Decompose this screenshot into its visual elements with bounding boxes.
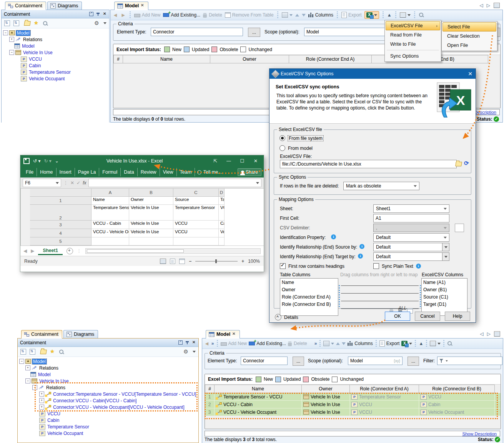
add-new-button[interactable]: Add New: [221, 341, 247, 346]
cell[interactable]: VCCU: [219, 205, 225, 221]
gear-caret-icon[interactable]: [193, 351, 196, 353]
tree-item-model-root[interactable]: Model: [2, 30, 109, 36]
identification-property-combo[interactable]: Default: [373, 233, 449, 242]
expander[interactable]: [25, 365, 30, 370]
cell[interactable]: Target: [219, 197, 225, 205]
tree-item-vccu[interactable]: VCCU: [18, 410, 198, 417]
menu-item-clear-selection[interactable]: Clear Selection: [442, 32, 496, 41]
details-toggle[interactable]: ^ Details: [275, 314, 298, 320]
tree-item-relations[interactable]: Relations: [18, 365, 198, 371]
ribbon-display-icon[interactable]: ⇱: [210, 158, 220, 164]
search-icon[interactable]: [43, 21, 48, 26]
list-item[interactable]: Name (A1): [422, 279, 467, 286]
maximize-icon[interactable]: ☐: [237, 158, 247, 164]
ribbon-tab-review[interactable]: Review: [138, 168, 160, 176]
view-options-button[interactable]: [430, 341, 441, 346]
save-icon[interactable]: [23, 158, 30, 164]
open-folder-icon[interactable]: [24, 21, 31, 26]
show-description-link[interactable]: Show Description: [462, 431, 497, 436]
tree-item-cabin[interactable]: Cabin: [18, 417, 198, 423]
help-button[interactable]: Help: [445, 312, 470, 321]
cell[interactable]: Owner: [129, 197, 173, 205]
scope-browse-button[interactable]: ...: [408, 357, 419, 366]
element-type-field[interactable]: Connector: [151, 28, 243, 36]
expander[interactable]: [39, 398, 44, 403]
name-box[interactable]: F6: [23, 179, 61, 187]
column-header-owner[interactable]: Owner: [210, 55, 289, 63]
tree-item-cabin[interactable]: Cabin: [2, 62, 109, 69]
horizontal-scrollbar[interactable]: [85, 248, 261, 254]
cell[interactable]: Vehicle In Use: [129, 229, 173, 237]
collapse-criteria-icon[interactable]: ▲: [419, 341, 423, 346]
ribbon-tab-view[interactable]: View: [160, 168, 177, 176]
list-item[interactable]: Role (Connector End A): [280, 294, 338, 301]
table-row-3[interactable]: 3 VCCU - Vehicle Occupant Vehicle In Use…: [205, 408, 501, 416]
share-button[interactable]: Share: [238, 168, 261, 176]
element-type-field[interactable]: Connector: [241, 357, 288, 365]
minimize-icon[interactable]: —: [224, 158, 234, 164]
ribbon-tab-formulas[interactable]: Formul: [99, 168, 121, 176]
delete-button[interactable]: Delete: [203, 12, 222, 18]
file-path-field[interactable]: file://C:/Documents/Vehicle In Use.xlsx: [280, 160, 457, 168]
sheet-prev-icon[interactable]: ◀: [23, 248, 27, 254]
fx-icon[interactable]: fx: [83, 180, 86, 186]
add-existing-button[interactable]: Add Existing...: [249, 341, 286, 346]
overflow-chevron-icon[interactable]: »: [211, 341, 214, 346]
favorites-icon[interactable]: [50, 349, 55, 354]
tree-item-relations-nested[interactable]: Relations: [18, 384, 198, 391]
gear-icon[interactable]: [94, 21, 100, 26]
column-header-name[interactable]: Name: [123, 55, 210, 63]
drag-strip-right[interactable]: [420, 285, 421, 308]
row-header[interactable]: 1: [30, 197, 91, 205]
list-item[interactable]: Role (Connector End B): [280, 301, 338, 308]
menu-item-sync-options[interactable]: Sync Options: [386, 51, 440, 61]
page-layout-view-icon[interactable]: [170, 259, 175, 264]
search-icon[interactable]: [447, 341, 452, 346]
move-up-icon[interactable]: [336, 342, 340, 345]
delete-button[interactable]: Delete: [288, 341, 307, 346]
cancel-button[interactable]: Cancel: [415, 312, 440, 321]
col-header-d[interactable]: D: [219, 189, 225, 197]
forward-icon[interactable]: ►: [121, 12, 126, 18]
source-by-dropdown-button[interactable]: [442, 243, 449, 251]
add-sheet-icon[interactable]: [67, 248, 73, 254]
columns-button[interactable]: Columns: [348, 341, 373, 346]
search-icon[interactable]: [419, 12, 424, 18]
close-icon[interactable]: [192, 341, 196, 345]
overflow-chevron-icon[interactable]: »: [314, 341, 317, 346]
cell[interactable]: Vehicle In Use: [129, 221, 173, 229]
deleted-rows-combo[interactable]: Mark as obsolete: [343, 182, 419, 190]
row-header[interactable]: 2: [30, 205, 91, 221]
sheet-tab[interactable]: Sheet1: [38, 247, 62, 255]
cell[interactable]: VCCU: [173, 229, 219, 237]
remove-from-table-button[interactable]: Remove From Table: [225, 12, 274, 18]
gear-icon[interactable]: [183, 349, 189, 355]
excel-titlebar[interactable]: ↺ ▾ ↻ ▾ ⌄ Vehicle In Use.xlsx - Excel ⇱ …: [20, 155, 264, 167]
close-tab-icon[interactable]: [141, 4, 145, 8]
cell[interactable]: Vehicle In Use: [129, 205, 173, 221]
column-header-num[interactable]: #: [113, 55, 123, 63]
enter-formula-icon[interactable]: ✓: [77, 180, 80, 186]
ribbon-tab-file[interactable]: File: [23, 168, 37, 176]
expander[interactable]: [19, 359, 24, 364]
tab-list-icon[interactable]: [494, 331, 500, 337]
redo-icon[interactable]: ↻ ▾: [44, 158, 51, 164]
vertical-scrollbar[interactable]: [20, 189, 30, 246]
spreadsheet-grid[interactable]: A B C D 1 Name Owner Source Target 2 Tem…: [20, 189, 264, 246]
pin-icon[interactable]: [96, 12, 100, 16]
formula-input[interactable]: [88, 179, 261, 187]
sheet-next-icon[interactable]: ▶: [31, 248, 34, 254]
pin-icon[interactable]: [186, 341, 189, 345]
expander[interactable]: [9, 37, 14, 42]
cell[interactable]: [219, 237, 225, 246]
collapse-selected-icon[interactable]: [13, 20, 19, 26]
collapse-selected-icon[interactable]: [30, 349, 35, 355]
info-icon[interactable]: i: [416, 264, 421, 269]
column-header-name[interactable]: Name: [215, 385, 302, 393]
excel-sync-button[interactable]: [364, 11, 379, 19]
add-existing-button[interactable]: Add Existing...: [163, 12, 200, 18]
dialog-titlebar[interactable]: Excel/CSV Sync Options ✕: [269, 69, 476, 79]
column-header-role-b[interactable]: Role (Connector End B): [419, 385, 495, 393]
row-header[interactable]: 5: [30, 237, 91, 246]
collapse-all-icon[interactable]: [4, 20, 10, 26]
